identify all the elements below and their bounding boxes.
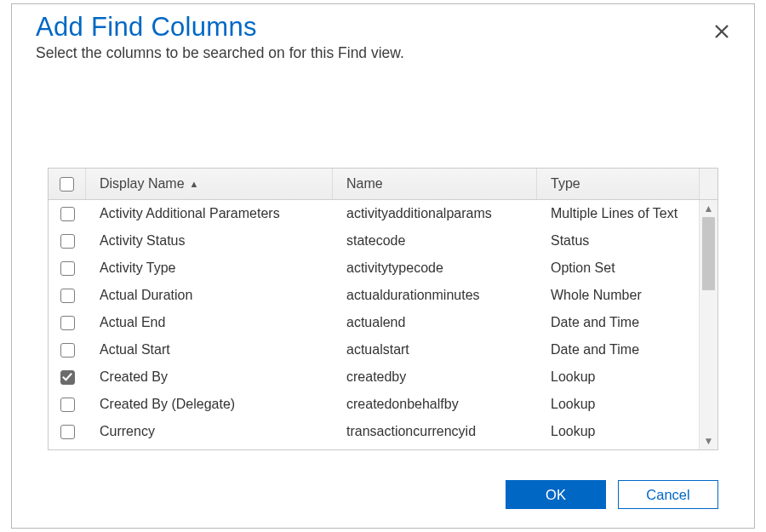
header-name-label: Name (346, 176, 383, 192)
cell-name: activitytypecode (333, 260, 537, 276)
row-checkbox-cell (49, 207, 86, 221)
table-row[interactable]: CurrencytransactioncurrencyidLookup (49, 418, 699, 445)
cell-type: Status (537, 233, 699, 249)
cell-name: createdby (333, 369, 537, 385)
dialog-header: Add Find Columns Select the columns to b… (12, 4, 754, 62)
cell-type: Date and Time (537, 342, 699, 358)
table-row[interactable]: Actual EndactualendDate and Time (49, 309, 699, 336)
cell-display-name: Activity Additional Parameters (86, 206, 333, 221)
dialog-footer: OK Cancel (506, 480, 718, 509)
cell-display-name: Activity Status (86, 233, 333, 249)
row-checkbox-cell (49, 261, 86, 276)
sort-asc-icon: ▲ (190, 179, 199, 189)
row-checkbox[interactable] (60, 425, 75, 439)
cell-type: Date and Time (537, 315, 699, 330)
cell-display-name: Actual Start (86, 342, 333, 358)
row-checkbox[interactable] (60, 343, 75, 358)
grid-header-row: Display Name ▲ Name Type (49, 169, 717, 200)
table-row[interactable]: Actual StartactualstartDate and Time (49, 336, 699, 363)
row-checkbox[interactable] (60, 207, 75, 221)
header-type-label: Type (551, 176, 580, 192)
ok-button-label: OK (546, 487, 566, 503)
cell-display-name: Actual End (86, 315, 333, 330)
columns-grid: Display Name ▲ Name Type Activity Additi… (48, 168, 718, 450)
cell-name: createdonbehalfby (333, 397, 537, 412)
cell-display-name: Activity Type (86, 260, 333, 276)
table-row[interactable]: Activity TypeactivitytypecodeOption Set (49, 255, 699, 282)
add-find-columns-dialog: Add Find Columns Select the columns to b… (11, 3, 755, 529)
row-checkbox-cell (49, 398, 86, 412)
cell-display-name: Created By (Delegate) (86, 397, 333, 412)
header-scroll-spacer (699, 169, 717, 199)
cell-type: Multiple Lines of Text (537, 206, 699, 221)
row-checkbox[interactable] (60, 261, 75, 276)
close-icon (713, 23, 730, 40)
cell-type: Option Set (537, 260, 699, 276)
ok-button[interactable]: OK (506, 480, 606, 509)
cell-display-name: Currency (86, 424, 333, 439)
header-display-name[interactable]: Display Name ▲ (86, 169, 333, 199)
close-button[interactable] (713, 23, 734, 43)
cell-name: actualdurationminutes (333, 288, 537, 303)
grid-body: Activity Additional Parametersactivityad… (49, 200, 699, 449)
row-checkbox-cell (49, 370, 86, 385)
cell-type: Whole Number (537, 288, 699, 303)
row-checkbox-cell (49, 234, 86, 249)
row-checkbox[interactable] (60, 398, 75, 412)
cancel-button[interactable]: Cancel (618, 480, 718, 509)
cell-display-name: Actual Duration (86, 288, 333, 303)
cell-type: Lookup (537, 397, 699, 412)
row-checkbox-cell (49, 425, 86, 439)
cell-name: statecode (333, 233, 537, 249)
row-checkbox-cell (49, 289, 86, 303)
scroll-thumb[interactable] (702, 217, 715, 290)
row-checkbox-cell (49, 316, 86, 330)
table-row[interactable]: Activity StatusstatecodeStatus (49, 227, 699, 255)
dialog-subtitle: Select the columns to be searched on for… (36, 44, 730, 62)
cell-display-name: Created By (86, 369, 333, 385)
row-checkbox-cell (49, 343, 86, 358)
table-row[interactable]: Activity Additional Parametersactivityad… (49, 200, 699, 227)
row-checkbox[interactable] (60, 234, 75, 249)
row-checkbox[interactable] (60, 289, 75, 303)
cell-type: Lookup (537, 424, 699, 439)
table-row[interactable]: Actual DurationactualdurationminutesWhol… (49, 282, 699, 309)
row-checkbox[interactable] (60, 316, 75, 330)
cell-name: actualend (333, 315, 537, 330)
cell-name: activityadditionalparams (333, 206, 537, 221)
scroll-down-arrow-icon[interactable]: ▼ (700, 432, 717, 449)
header-display-name-label: Display Name (100, 176, 185, 192)
cancel-button-label: Cancel (646, 487, 689, 503)
table-row[interactable]: Created BycreatedbyLookup (49, 363, 699, 391)
row-checkbox[interactable] (60, 370, 75, 385)
dialog-title: Add Find Columns (36, 12, 730, 43)
header-name[interactable]: Name (333, 169, 537, 199)
cell-name: actualstart (333, 342, 537, 358)
cell-type: Lookup (537, 369, 699, 385)
select-all-checkbox[interactable] (60, 177, 74, 192)
table-row[interactable]: Created By (Delegate)createdonbehalfbyLo… (49, 391, 699, 418)
cell-name: transactioncurrencyid (333, 424, 537, 439)
header-type[interactable]: Type (537, 169, 699, 199)
vertical-scrollbar[interactable]: ▲ ▼ (699, 200, 717, 449)
header-select-all-cell (49, 169, 86, 199)
scroll-up-arrow-icon[interactable]: ▲ (700, 200, 717, 217)
